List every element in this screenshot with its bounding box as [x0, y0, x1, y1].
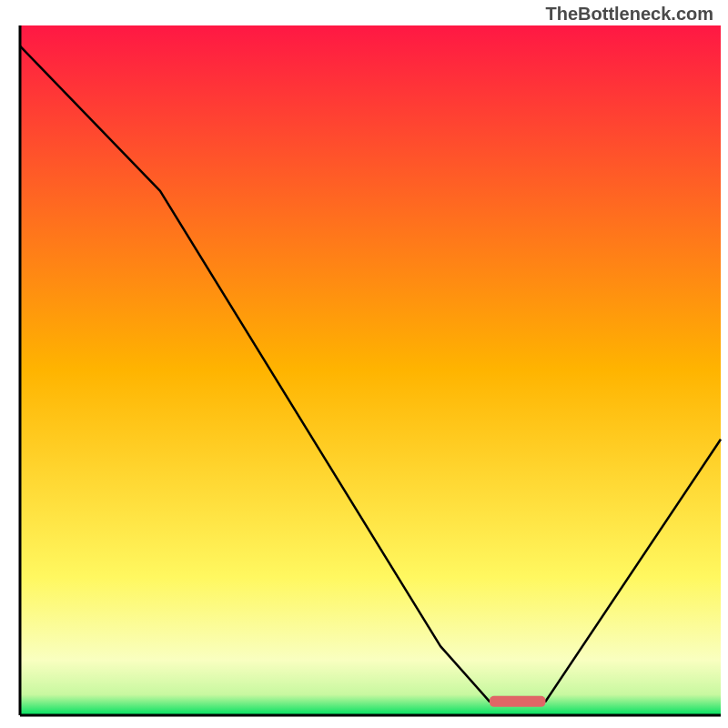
plot-area [20, 25, 721, 715]
gradient-background [20, 25, 721, 715]
bottleneck-chart [0, 0, 728, 728]
chart-container: TheBottleneck.com [0, 0, 728, 728]
watermark-text: TheBottleneck.com [546, 4, 713, 25]
optimal-marker [490, 696, 546, 707]
